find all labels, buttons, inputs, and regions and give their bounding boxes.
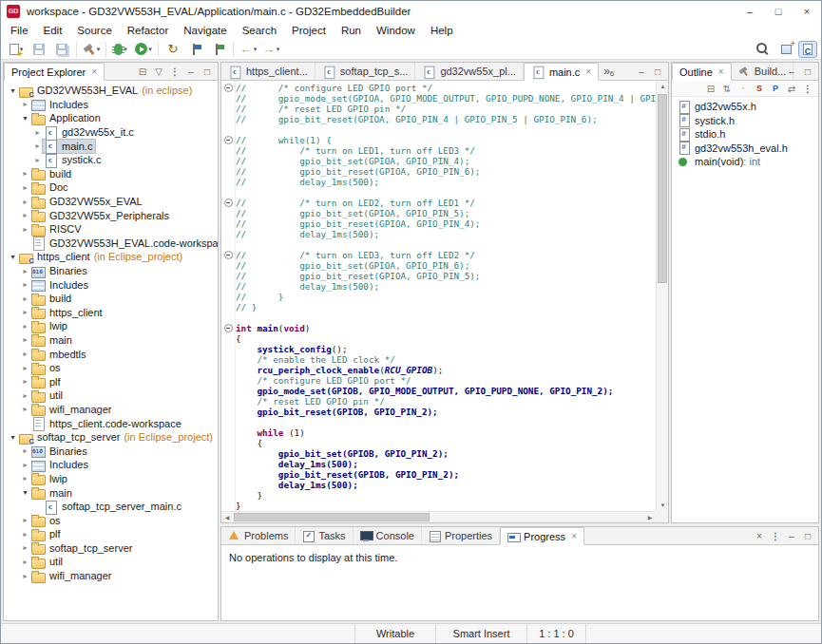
menu-file[interactable]: File <box>3 25 36 36</box>
new-wizard-button[interactable]: ▾ <box>5 40 28 59</box>
chevron-down-icon[interactable]: ▾ <box>8 433 18 442</box>
tab-console[interactable]: Console <box>354 527 422 544</box>
menu-navigate[interactable]: Navigate <box>176 25 234 36</box>
outline-item-gd32vw553h-eval-h[interactable]: gd32vw553h_eval.h <box>672 142 818 156</box>
maximize-icon[interactable]: □ <box>650 64 665 79</box>
horizontal-scrollbar[interactable]: ◀ ▶ <box>221 511 656 522</box>
tree-item-mbedtls[interactable]: ▸mbedtls <box>4 347 218 361</box>
view-tab-outline[interactable]: Outline× <box>672 63 732 81</box>
connect-green-button[interactable] <box>207 40 230 59</box>
collapse-all-icon[interactable]: ⊟ <box>703 81 718 96</box>
scroll-left-icon[interactable]: ◀ <box>221 512 233 522</box>
menu-run[interactable]: Run <box>334 25 369 36</box>
chevron-right-icon[interactable]: ▸ <box>20 169 30 178</box>
search-button[interactable] <box>751 39 774 59</box>
close-icon[interactable]: × <box>718 66 724 77</box>
chevron-right-icon[interactable]: ▸ <box>20 572 30 580</box>
dropdown-arrow-icon[interactable]: ▾ <box>254 46 258 53</box>
outline-item-main-void[interactable]: main(void) : int <box>672 155 818 169</box>
chevron-right-icon[interactable]: ▸ <box>20 335 30 344</box>
dropdown-arrow-icon[interactable]: ▾ <box>97 46 101 53</box>
fold-marker-icon[interactable] <box>221 250 236 260</box>
fold-marker-icon[interactable] <box>221 198 236 208</box>
tree-item-wifi-manager[interactable]: ▸wifi_manager <box>4 403 218 417</box>
chevron-right-icon[interactable]: ▸ <box>20 100 30 108</box>
forward-button[interactable]: ▾ <box>259 40 282 59</box>
outline-item-stdio-h[interactable]: stdio.h <box>672 127 818 142</box>
back-button[interactable]: ▾ <box>237 40 259 59</box>
fold-marker-icon[interactable] <box>221 135 236 145</box>
tree-item-util[interactable]: ▸util <box>4 555 218 569</box>
chevron-right-icon[interactable]: ▸ <box>20 294 30 303</box>
chevron-down-icon[interactable]: ▾ <box>8 86 18 95</box>
tree-item-doc[interactable]: ▸Doc <box>4 180 218 195</box>
tree-item-binaries[interactable]: ▸Binaries <box>4 444 218 458</box>
tree-item-os[interactable]: ▸os <box>4 361 218 375</box>
scroll-right-icon[interactable]: ▶ <box>644 512 656 522</box>
tree-item-build[interactable]: ▸build <box>4 167 218 181</box>
chevron-right-icon[interactable]: ▸ <box>20 377 30 386</box>
view-menu-icon[interactable]: ⋮ <box>800 81 815 96</box>
c-cpp-perspective-button[interactable] <box>798 41 817 58</box>
chevron-right-icon[interactable]: ▸ <box>20 446 30 455</box>
tab-tasks[interactable]: Tasks <box>296 527 353 544</box>
tree-item-plf[interactable]: ▸plf <box>4 527 218 541</box>
chevron-right-icon[interactable]: ▸ <box>20 461 30 469</box>
vertical-scroll-thumb[interactable] <box>658 94 667 283</box>
chevron-down-icon[interactable]: ▾ <box>20 114 30 123</box>
menu-edit[interactable]: Edit <box>36 25 70 36</box>
tree-item-gd32vw55x-it-c[interactable]: ▸gd32vw55x_it.c <box>4 125 218 140</box>
menu-refactor[interactable]: Refactor <box>120 25 176 36</box>
run-button[interactable]: ▾ <box>132 40 155 59</box>
filter-icon[interactable]: ▽ <box>151 64 166 79</box>
view-menu-icon[interactable]: ⋮ <box>167 64 182 79</box>
hide-non-public-icon[interactable]: P <box>768 81 783 96</box>
tree-item-plf[interactable]: ▸plf <box>4 374 218 388</box>
chevron-right-icon[interactable]: ▸ <box>20 211 30 219</box>
link-editor-icon[interactable]: ⇄ <box>784 81 799 96</box>
chevron-down-icon[interactable]: ▾ <box>8 253 18 261</box>
build-all-button[interactable]: ▾ <box>80 40 103 59</box>
debug-button[interactable]: ▾ <box>109 40 132 59</box>
chevron-right-icon[interactable]: ▸ <box>20 350 30 358</box>
tree-item-main[interactable]: ▸main <box>4 333 218 348</box>
fold-marker-icon[interactable] <box>221 83 236 93</box>
chevron-right-icon[interactable]: ▸ <box>20 558 30 566</box>
tree-item-application[interactable]: ▾Application <box>4 111 218 125</box>
chevron-right-icon[interactable]: ▸ <box>20 183 30 192</box>
maximize-icon[interactable]: □ <box>800 64 815 79</box>
editor-tab-https-client[interactable]: https_client... <box>221 63 315 80</box>
tree-item-https-client[interactable]: ▸https_client <box>4 306 218 320</box>
chevron-down-icon[interactable]: ▾ <box>20 488 30 497</box>
chevron-right-icon[interactable]: ▸ <box>20 225 30 234</box>
refresh-button[interactable] <box>162 40 184 59</box>
chevron-right-icon[interactable]: ▸ <box>20 280 30 289</box>
tree-item-build[interactable]: ▸build <box>4 292 218 306</box>
tree-item-main-c[interactable]: ▸main.c <box>4 139 218 153</box>
tab-project-explorer[interactable]: Project Explorer × <box>4 63 105 81</box>
code-editor[interactable]: // /* configure LED GPIO port */// gpio_… <box>221 81 668 522</box>
maximize-icon[interactable]: □ <box>800 528 815 543</box>
scroll-down-icon[interactable]: ▼ <box>657 500 668 511</box>
menu-project[interactable]: Project <box>284 25 334 36</box>
tree-item-binaries[interactable]: ▸Binaries <box>4 264 218 278</box>
tree-item-gd32vw553h-eval[interactable]: ▾GD32VW553H_EVAL (in eclipse) <box>4 84 218 98</box>
close-icon[interactable]: × <box>91 66 97 77</box>
dropdown-arrow-icon[interactable]: ▾ <box>148 46 152 53</box>
chevron-right-icon[interactable]: ▸ <box>20 530 30 539</box>
tab-properties[interactable]: Properties <box>422 527 500 544</box>
minimize-icon[interactable]: – <box>784 64 799 79</box>
editor-tab-softap-tcp-s[interactable]: softap_tcp_s... <box>315 63 416 80</box>
maximize-icon[interactable]: □ <box>200 64 215 79</box>
chevron-right-icon[interactable]: ▸ <box>32 156 43 164</box>
tree-item-lwip[interactable]: ▸lwip <box>4 472 218 486</box>
minimize-icon[interactable]: – <box>183 64 199 79</box>
editor-tab-overflow[interactable]: »6 <box>599 63 619 80</box>
tree-item-main[interactable]: ▾main <box>4 485 218 500</box>
tree-item-includes[interactable]: ▸Includes <box>4 458 218 472</box>
chevron-right-icon[interactable]: ▸ <box>32 142 43 150</box>
outline-item-gd32vw55x-h[interactable]: gd32vw55x.h <box>672 100 818 114</box>
chevron-right-icon[interactable]: ▸ <box>20 308 30 316</box>
minimize-icon[interactable]: – <box>634 64 649 79</box>
hide-fields-icon[interactable]: ◦ <box>736 81 751 96</box>
